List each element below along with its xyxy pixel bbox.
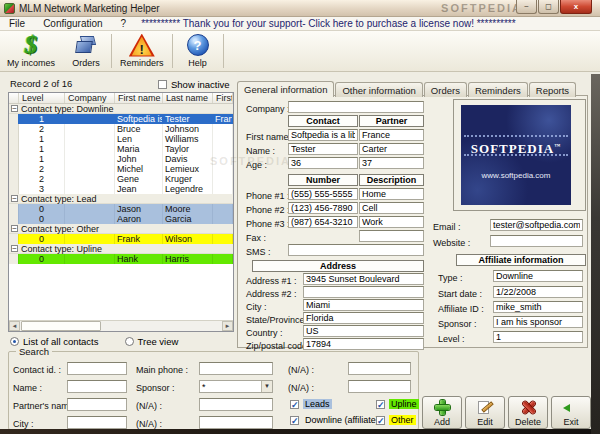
column-company[interactable]: Company bbox=[65, 93, 115, 103]
sms-input[interactable] bbox=[288, 244, 424, 256]
first-name-contact-input[interactable] bbox=[288, 129, 358, 141]
tab-reports[interactable]: Reports bbox=[529, 82, 576, 97]
country-input[interactable] bbox=[303, 325, 424, 337]
scroll-thumb[interactable] bbox=[21, 321, 101, 331]
phone2-number-input[interactable] bbox=[288, 202, 358, 214]
fax-input[interactable] bbox=[359, 230, 424, 242]
menu-configuration[interactable]: Configuration bbox=[34, 18, 111, 29]
help-button[interactable]: ? Help bbox=[174, 31, 222, 71]
contact-type-group-header[interactable]: −Contact type: Downline bbox=[9, 104, 233, 114]
filter-leads-checkbox[interactable]: ✓ Leads bbox=[290, 399, 332, 409]
city-input[interactable] bbox=[67, 416, 127, 429]
filter-upline-checkbox[interactable]: ✓ Upline bbox=[376, 399, 419, 409]
tab-general-information[interactable]: General information bbox=[237, 81, 334, 97]
cell-gut bbox=[9, 134, 19, 144]
first-name-partner-input[interactable] bbox=[359, 129, 424, 141]
contact-row[interactable]: 2GeneKruger bbox=[9, 174, 233, 184]
contact-row[interactable]: 1Softpedia is...TesterFrance bbox=[9, 114, 233, 124]
delete-button[interactable]: Delete bbox=[508, 396, 548, 429]
aff-sponsor-input[interactable] bbox=[493, 316, 583, 328]
sponsor-select[interactable]: * ▼ bbox=[199, 380, 273, 393]
affiliate-id-input[interactable] bbox=[493, 301, 583, 313]
exit-button[interactable]: Exit bbox=[551, 396, 591, 429]
contact-id-label: Contact id. : bbox=[13, 365, 61, 375]
menu-help[interactable]: ? bbox=[112, 18, 136, 29]
state-input[interactable] bbox=[303, 312, 424, 324]
last-name-contact-input[interactable] bbox=[288, 143, 358, 155]
minimize-button[interactable]: − bbox=[516, 0, 537, 14]
contact-row[interactable]: 0FrankWilson bbox=[9, 234, 233, 244]
start-date-input[interactable] bbox=[493, 286, 583, 298]
contact-row[interactable]: 3JeanLegendre bbox=[9, 184, 233, 194]
partner-name-input[interactable] bbox=[67, 398, 127, 411]
contact-row[interactable]: 0HankHarris bbox=[9, 254, 233, 264]
add-button[interactable]: Add bbox=[422, 396, 462, 429]
toolbar-separator bbox=[111, 34, 112, 68]
radio-tree-view[interactable]: Tree view bbox=[125, 336, 179, 347]
menu-file[interactable]: File bbox=[0, 18, 34, 29]
collapse-icon[interactable]: − bbox=[11, 245, 18, 252]
last-name-partner-input[interactable] bbox=[359, 143, 424, 155]
contact-picture-box: SOFTPEDIA™ www.softpedia.com bbox=[453, 99, 586, 211]
address2-input[interactable] bbox=[303, 286, 424, 298]
na-input-1[interactable] bbox=[199, 398, 273, 411]
tab-reminders[interactable]: Reminders bbox=[468, 82, 528, 97]
level-input[interactable] bbox=[493, 331, 583, 343]
phone1-number-input[interactable] bbox=[288, 188, 358, 200]
table-hscrollbar[interactable]: ◄ ► bbox=[9, 320, 233, 331]
filter-downline-checkbox[interactable]: ✓ Downline (affiliate) bbox=[290, 415, 381, 425]
pencil-icon bbox=[477, 400, 493, 415]
cell-comp bbox=[65, 164, 115, 174]
contact-id-input[interactable] bbox=[67, 362, 127, 375]
phone2-desc-input[interactable] bbox=[359, 202, 424, 214]
name-input[interactable] bbox=[67, 380, 127, 393]
column-last-name[interactable]: Last name bbox=[163, 93, 213, 103]
age-partner-input[interactable] bbox=[359, 157, 424, 169]
contact-row[interactable]: 1JohnDavis bbox=[9, 154, 233, 164]
collapse-icon[interactable]: − bbox=[11, 105, 18, 112]
zip-input[interactable] bbox=[303, 338, 424, 350]
reminders-button[interactable]: ! Reminders bbox=[113, 31, 171, 71]
contact-row[interactable]: 2BruceJohnson bbox=[9, 124, 233, 134]
orders-button[interactable]: Orders bbox=[62, 31, 110, 71]
close-button[interactable]: x bbox=[560, 0, 592, 14]
chevron-down-icon[interactable]: ▼ bbox=[261, 381, 272, 392]
tab-other-information[interactable]: Other information bbox=[335, 82, 422, 97]
contact-type-group-header[interactable]: −Contact type: Other bbox=[9, 224, 233, 234]
column-partner-first[interactable]: First bbox=[213, 93, 233, 103]
contact-row[interactable]: 1LenWilliams bbox=[9, 134, 233, 144]
collapse-icon[interactable]: − bbox=[11, 225, 18, 232]
phone3-number-input[interactable] bbox=[288, 216, 358, 228]
column-first-name[interactable]: First name bbox=[115, 93, 163, 103]
contact-row[interactable]: 0JasonMoore bbox=[9, 204, 233, 214]
na-input-4[interactable] bbox=[348, 380, 411, 393]
contact-row[interactable]: 0AaronGarcia bbox=[9, 214, 233, 224]
scroll-left-arrow[interactable]: ◄ bbox=[9, 321, 20, 331]
phone3-desc-input[interactable] bbox=[359, 216, 424, 228]
contact-row[interactable]: 1MariaTaylor bbox=[9, 144, 233, 154]
tab-orders[interactable]: Orders bbox=[424, 82, 467, 97]
na-input-3[interactable] bbox=[348, 362, 411, 375]
license-banner[interactable]: ********** Thank you for your support- C… bbox=[135, 18, 515, 29]
email-input[interactable] bbox=[490, 219, 583, 231]
website-input[interactable] bbox=[490, 235, 583, 247]
column-level[interactable]: Level bbox=[19, 93, 65, 103]
contact-row[interactable]: 2MichelLemieux bbox=[9, 164, 233, 174]
phone1-desc-input[interactable] bbox=[359, 188, 424, 200]
filter-other-checkbox[interactable]: ✓ Other bbox=[376, 415, 416, 425]
age-contact-input[interactable] bbox=[288, 157, 358, 169]
my-incomes-button[interactable]: $ My incomes bbox=[0, 31, 62, 71]
maximize-button[interactable]: ◻ bbox=[538, 0, 559, 14]
na-input-2[interactable] bbox=[199, 416, 273, 429]
collapse-icon[interactable]: − bbox=[11, 195, 18, 202]
contact-type-group-header[interactable]: −Contact type: Lead bbox=[9, 194, 233, 204]
gi-city-input[interactable] bbox=[303, 299, 424, 311]
edit-button[interactable]: Edit bbox=[465, 396, 505, 429]
show-inactive-checkbox[interactable]: Show inactive bbox=[158, 79, 230, 90]
contact-type-group-header[interactable]: −Contact type: Upline bbox=[9, 244, 233, 254]
type-input[interactable] bbox=[493, 270, 583, 282]
address1-input[interactable] bbox=[303, 273, 424, 285]
scroll-right-arrow[interactable]: ► bbox=[222, 321, 233, 331]
company-input[interactable] bbox=[288, 101, 424, 113]
main-phone-input[interactable] bbox=[199, 362, 273, 375]
